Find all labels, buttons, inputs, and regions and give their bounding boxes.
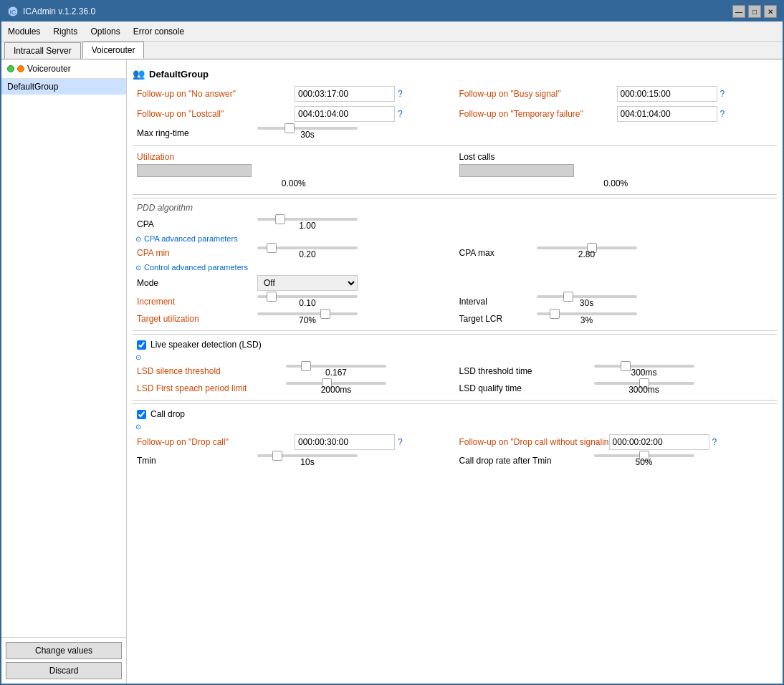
cpa-max-value: 2.80	[578, 249, 595, 259]
target-util-row: Target utilization 70%	[133, 310, 455, 327]
cpa-max-row: CPA max 2.80	[455, 244, 778, 262]
follow-temp-label: Follow-up on "Temporary failure"	[459, 109, 617, 119]
follow-temp-row: Follow-up on "Temporary failure" ?	[455, 104, 778, 124]
sidebar-footer: Change values Discard	[1, 637, 126, 684]
minimize-button[interactable]: —	[732, 5, 745, 18]
sidebar: Voicerouter DefaultGroup Change values D…	[1, 59, 127, 684]
close-button[interactable]: ✕	[764, 5, 777, 18]
control-advanced-arrow: ⊙	[135, 264, 141, 272]
sidebar-header: Voicerouter	[1, 59, 126, 79]
utilization-bar	[137, 164, 252, 177]
follow-busy-input[interactable]	[617, 86, 717, 102]
lsd-silence-value: 0.167	[325, 368, 347, 378]
lsd-checkbox-label: Live speaker detection (LSD)	[150, 340, 262, 350]
call-drop-toggle[interactable]: ⊙	[133, 421, 777, 432]
tmin-value: 10s	[300, 457, 314, 467]
follow-drop-input[interactable]	[295, 434, 395, 450]
increment-interval-section: Increment 0.10 Interval 30s	[133, 293, 777, 310]
maximize-button[interactable]: □	[748, 5, 761, 18]
cpa-max-label: CPA max	[459, 248, 531, 258]
interval-label: Interval	[459, 297, 531, 307]
call-drop-checkbox[interactable]	[137, 410, 146, 419]
follow-lostcall-help[interactable]: ?	[398, 109, 403, 119]
target-util-label: Target utilization	[137, 314, 252, 324]
follow-lostcall-input[interactable]	[295, 106, 395, 122]
cpa-minmax-section: CPA min 0.20 CPA max 2.80	[133, 244, 777, 262]
cpa-advanced-toggle[interactable]: ⊙ CPA advanced parameters	[133, 233, 777, 244]
group-title: DefaultGroup	[149, 69, 209, 80]
divider-1	[133, 145, 777, 146]
control-advanced-label: Control advanced parameters	[144, 263, 248, 272]
lsd-qualify-row: LSD qualify time 3000ms	[455, 380, 778, 397]
lsd-section: Live speaker detection (LSD) ⊙ LSD silen…	[133, 334, 777, 397]
main-panel: 👥 DefaultGroup Follow-up on "No answer" …	[127, 59, 783, 684]
followup-grid: Follow-up on "No answer" ? Follow-up on …	[133, 84, 777, 124]
cpa-row: CPA 1.00	[133, 216, 777, 233]
lsd-threshold-label: LSD threshold time	[459, 366, 588, 376]
follow-no-answer-input[interactable]	[295, 86, 395, 102]
follow-temp-help[interactable]: ?	[720, 109, 725, 119]
call-drop-followup-row: Follow-up on "Drop call" ? Follow-up on …	[133, 432, 777, 452]
lsd-arrow: ⊙	[135, 353, 141, 361]
lsd-silence-row: LSD silence threshold 0.167	[133, 363, 455, 380]
lsd-first-label: LSD First speach period limit	[137, 383, 280, 393]
follow-busy-help[interactable]: ?	[720, 89, 725, 99]
title-bar: IC ICAdmin v.1.2.36.0 — □ ✕	[1, 1, 783, 21]
pdd-label: PDD algorithm	[133, 201, 777, 216]
follow-drop-nosig-help[interactable]: ?	[712, 437, 717, 447]
divider-3	[133, 330, 777, 331]
lost-calls-label: Lost calls	[459, 152, 773, 162]
lost-calls-value: 0.00%	[459, 178, 773, 188]
cpa-min-value: 0.20	[299, 249, 315, 259]
group-icon: 👥	[133, 68, 145, 80]
follow-no-answer-label: Follow-up on "No answer"	[137, 89, 295, 99]
target-lcr-label: Target LCR	[459, 314, 531, 324]
mode-dropdown[interactable]: Off Auto Manual	[257, 275, 358, 291]
cpa-advanced-label: CPA advanced parameters	[144, 234, 238, 243]
menu-bar: Modules Rights Options Error console	[1, 21, 783, 42]
menu-options[interactable]: Options	[84, 23, 126, 40]
target-lcr-row: Target LCR 3%	[455, 310, 778, 327]
divider-2	[133, 194, 777, 195]
lsd-qualify-label: LSD qualify time	[459, 383, 588, 393]
call-drop-checkbox-row: Call drop	[133, 407, 777, 421]
control-advanced-toggle[interactable]: ⊙ Control advanced parameters	[133, 262, 777, 273]
lsd-threshold-value: 300ms	[631, 368, 656, 378]
follow-drop-label: Follow-up on "Drop call"	[137, 437, 295, 447]
menu-modules[interactable]: Modules	[1, 23, 47, 40]
follow-no-answer-help[interactable]: ?	[398, 89, 403, 99]
mode-label: Mode	[137, 278, 252, 288]
sidebar-item-defaultgroup[interactable]: DefaultGroup	[1, 79, 126, 95]
led-orange	[17, 65, 24, 72]
call-drop-rate-value: 50%	[635, 457, 652, 467]
tab-voicerouter[interactable]: Voicerouter	[82, 42, 145, 59]
lsd-row1: LSD silence threshold 0.167 LSD threshol…	[133, 363, 777, 380]
follow-temp-input[interactable]	[617, 106, 717, 122]
follow-drop-nosig-row: Follow-up on "Drop call without signalin…	[455, 432, 778, 452]
mode-row: Mode Off Auto Manual	[133, 273, 777, 293]
divider-4	[133, 400, 777, 401]
target-lcr-value: 3%	[580, 315, 593, 325]
change-values-button[interactable]: Change values	[6, 642, 122, 659]
lost-calls-row: Lost calls 0.00%	[455, 149, 778, 191]
discard-button[interactable]: Discard	[6, 662, 122, 679]
tab-intracall-server[interactable]: Intracall Server	[4, 42, 81, 59]
menu-rights[interactable]: Rights	[47, 23, 84, 40]
cpa-min-row: CPA min 0.20	[133, 244, 455, 262]
target-section: Target utilization 70% Target LCR	[133, 310, 777, 327]
group-title-row: 👥 DefaultGroup	[133, 65, 777, 84]
tmin-slider-row: Tmin 10s	[133, 452, 455, 469]
follow-no-answer-row: Follow-up on "No answer" ?	[133, 84, 455, 104]
lsd-checkbox[interactable]	[137, 340, 146, 350]
interval-row: Interval 30s	[455, 293, 778, 310]
lsd-silence-label: LSD silence threshold	[137, 366, 280, 376]
max-ring-value: 30s	[300, 130, 314, 140]
follow-drop-help[interactable]: ?	[398, 437, 403, 447]
menu-error-console[interactable]: Error console	[127, 23, 191, 40]
max-ring-section: Max ring-time 30s	[133, 124, 777, 143]
call-drop-section: Call drop ⊙ Follow-up on "Drop call" ? F…	[133, 403, 777, 469]
call-drop-arrow: ⊙	[135, 423, 141, 431]
target-util-value: 70%	[299, 315, 316, 325]
call-drop-label: Call drop	[150, 409, 185, 419]
follow-drop-nosig-input[interactable]	[609, 434, 709, 450]
